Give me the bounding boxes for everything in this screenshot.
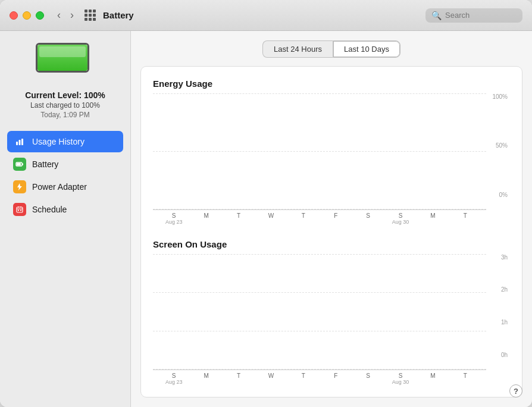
energy-bars-area xyxy=(153,93,486,210)
sidebar-item-power-adapter[interactable]: Power Adapter xyxy=(7,176,123,198)
screen-y-labels: 3h 2h 1h 0h xyxy=(501,254,510,359)
energy-x-label-8: M xyxy=(418,212,447,225)
svg-rect-0 xyxy=(16,142,18,145)
sidebar-label-usage-history: Usage History xyxy=(32,137,85,146)
energy-x-label-5: F xyxy=(321,212,351,225)
nav-buttons: ‹ › xyxy=(54,8,77,23)
battery-icon-container xyxy=(36,43,95,79)
sidebar-label-battery: Battery xyxy=(32,159,58,169)
sidebar-nav: Usage History Battery xyxy=(7,131,123,221)
svg-marker-6 xyxy=(17,183,22,190)
main-content: Current Level: 100% Last charged to 100%… xyxy=(0,31,532,407)
tab-bar: Last 24 Hours Last 10 Days xyxy=(140,40,522,58)
charts-container: Energy Usage xyxy=(140,66,522,397)
svg-rect-7 xyxy=(17,207,23,212)
sidebar: Current Level: 100% Last charged to 100%… xyxy=(0,31,131,407)
y-label-50: 50% xyxy=(496,142,508,149)
sidebar-label-power-adapter: Power Adapter xyxy=(32,182,87,192)
y-label-100: 100% xyxy=(492,93,508,100)
tab-last-24h[interactable]: Last 24 Hours xyxy=(262,40,333,58)
energy-chart-title: Energy Usage xyxy=(153,79,510,89)
usage-history-icon xyxy=(13,135,26,148)
screen-x-label-1: M xyxy=(191,372,221,385)
y-label-2h: 2h xyxy=(501,286,508,293)
energy-chart-section: Energy Usage xyxy=(153,79,510,225)
apps-grid-button[interactable] xyxy=(85,10,96,21)
energy-x-label-9: T xyxy=(450,212,480,225)
energy-x-labels: SAug 23MTWTFSSAug 30MT xyxy=(153,210,486,225)
battery-sheen xyxy=(39,46,86,57)
power-adapter-icon xyxy=(13,180,26,193)
screen-bars-area xyxy=(153,254,486,371)
battery-body xyxy=(36,43,89,73)
screen-x-label-0: SAug 23 xyxy=(159,372,189,385)
screen-x-label-5: F xyxy=(321,372,351,385)
sidebar-item-battery[interactable]: Battery xyxy=(7,154,123,175)
screen-x-label-6: S xyxy=(353,372,383,385)
screen-x-labels: SAug 23MTWTFSSAug 30MT xyxy=(153,370,486,385)
energy-x-label-3: W xyxy=(256,212,286,225)
svg-rect-5 xyxy=(22,164,23,165)
svg-rect-12 xyxy=(20,210,21,211)
y-label-3h: 3h xyxy=(501,254,508,261)
maximize-button[interactable] xyxy=(36,11,44,20)
energy-x-label-2: T xyxy=(224,212,254,225)
screen-x-label-8: M xyxy=(418,372,447,385)
battery-nav-icon xyxy=(13,158,26,171)
sidebar-label-schedule: Schedule xyxy=(32,205,67,214)
energy-x-label-0: SAug 23 xyxy=(159,212,189,225)
tab-last-10d[interactable]: Last 10 Days xyxy=(333,40,400,58)
screen-chart-area: 3h 2h 1h 0h SAug 23MTWTFSSAug 30MT xyxy=(153,254,510,386)
battery-charged-text: Last charged to 100% xyxy=(25,101,105,109)
sidebar-item-usage-history[interactable]: Usage History xyxy=(7,131,123,152)
screen-chart-section: Screen On Usage xyxy=(153,239,510,386)
energy-y-labels: 100% 50% 0% xyxy=(492,93,510,198)
search-input[interactable] xyxy=(445,11,517,20)
screen-chart-title: Screen On Usage xyxy=(153,239,510,249)
battery-time-text: Today, 1:09 PM xyxy=(25,111,105,119)
search-box[interactable]: 🔍 xyxy=(425,8,522,23)
y-label-0h: 0h xyxy=(501,352,508,358)
schedule-icon xyxy=(13,203,26,216)
screen-x-label-7: SAug 30 xyxy=(386,372,415,385)
search-icon: 🔍 xyxy=(431,11,442,20)
energy-x-label-1: M xyxy=(191,212,221,225)
y-label-0: 0% xyxy=(499,192,508,198)
energy-bars-row xyxy=(153,93,486,209)
energy-chart-grid: 100% 50% 0% xyxy=(153,93,510,210)
back-button[interactable]: ‹ xyxy=(54,8,64,23)
screen-x-label-9: T xyxy=(450,372,480,385)
minimize-button[interactable] xyxy=(23,11,31,20)
svg-rect-4 xyxy=(17,163,21,165)
close-button[interactable] xyxy=(10,11,18,20)
forward-button[interactable]: › xyxy=(67,8,77,23)
screen-x-label-2: T xyxy=(224,372,254,385)
screen-chart-grid: 3h 2h 1h 0h xyxy=(153,254,510,371)
screen-x-label-3: W xyxy=(256,372,286,385)
screen-bars-row xyxy=(153,254,486,370)
right-panel: Last 24 Hours Last 10 Days Energy Usage xyxy=(131,31,532,407)
traffic-lights xyxy=(10,11,44,20)
y-label-1h: 1h xyxy=(501,319,508,325)
screen-x-label-4: T xyxy=(289,372,318,385)
window-title: Battery xyxy=(103,10,134,20)
battery-status: Current Level: 100% Last charged to 100%… xyxy=(25,90,105,119)
svg-rect-1 xyxy=(19,140,21,145)
svg-rect-2 xyxy=(21,139,23,145)
help-button[interactable]: ? xyxy=(509,384,522,397)
sidebar-item-schedule[interactable]: Schedule xyxy=(7,199,123,220)
energy-x-label-6: S xyxy=(353,212,383,225)
titlebar: ‹ › Battery 🔍 xyxy=(0,0,532,31)
energy-x-label-4: T xyxy=(289,212,318,225)
battery-level-text: Current Level: 100% xyxy=(25,90,105,100)
window: ‹ › Battery 🔍 xyxy=(0,0,532,407)
energy-x-label-7: SAug 30 xyxy=(386,212,415,225)
energy-chart-area: 100% 50% 0% SAug 23MTWTFSSAug 30MT xyxy=(153,93,510,225)
svg-rect-11 xyxy=(18,210,19,211)
